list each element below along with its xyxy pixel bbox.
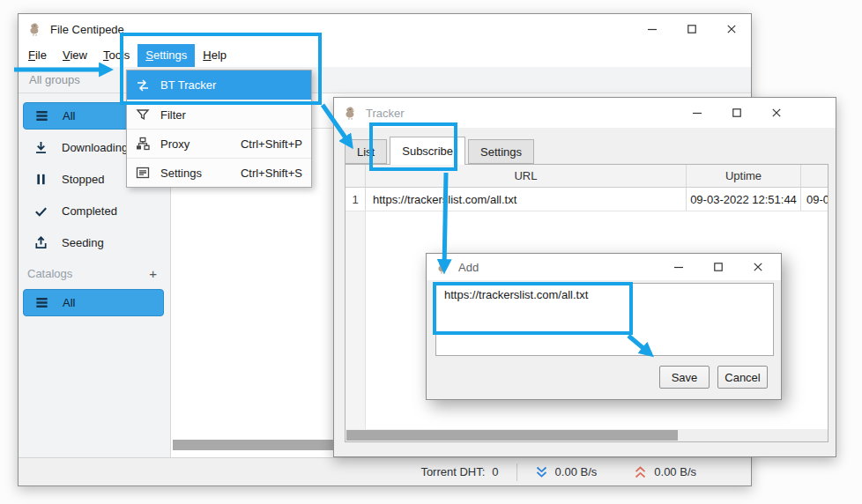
tracker-swap-icon: [136, 78, 150, 93]
maximize-button[interactable]: [672, 14, 711, 44]
group-filter-label: All groups: [29, 73, 80, 86]
sidebar-item-label: Completed: [62, 204, 117, 218]
status-bar: Torrent DHT: 0 0.00 B/s 0.00 B/s: [19, 457, 751, 485]
menu-item-filter[interactable]: Filter: [127, 100, 311, 129]
dht-status: Torrent DHT: 0: [420, 465, 498, 478]
app-logo-duck-icon: [343, 106, 358, 121]
menu-settings[interactable]: Settings: [137, 44, 195, 67]
sidebar-catalog-all[interactable]: All: [23, 289, 164, 316]
tracker-url-input[interactable]: https://trackerslist.com/all.txt: [435, 283, 774, 356]
add-dialog-titlebar[interactable]: Add: [427, 254, 781, 280]
menu-view[interactable]: View: [55, 44, 95, 67]
upload-speed: 0.00 B/s: [634, 465, 696, 478]
row-number-gutter: [346, 211, 366, 429]
filter-funnel-icon: [136, 107, 150, 122]
clipped-cell: 09-0: [801, 188, 828, 211]
status-divider: [516, 463, 517, 481]
table-header: URL Uptime: [346, 165, 828, 188]
double-chevron-up-icon: [634, 466, 647, 478]
save-button[interactable]: Save: [659, 366, 710, 389]
sidebar-item-label: Stopped: [62, 173, 104, 186]
close-button[interactable]: [738, 254, 777, 280]
check-icon: [33, 204, 48, 219]
desktop: File Centipede File View Tools Settings …: [0, 0, 862, 504]
table-row[interactable]: 1 https://trackerslist.com/all.txt 09-03…: [346, 188, 828, 211]
settings-form-icon: [136, 166, 150, 180]
dht-value: 0: [492, 465, 498, 478]
cancel-button[interactable]: Cancel: [717, 366, 768, 389]
main-window-title: File Centipede: [50, 23, 124, 36]
tracker-titlebar[interactable]: Tracker: [334, 98, 836, 128]
pause-icon: [33, 172, 48, 187]
maximize-button[interactable]: [717, 98, 756, 128]
maximize-button[interactable]: [698, 254, 738, 280]
close-button[interactable]: [756, 98, 796, 128]
uptime-cell: 09-03-2022 12:51:44: [687, 188, 801, 211]
sidebar-item-label: Seeding: [62, 236, 104, 249]
menu-lines-icon: [34, 108, 49, 123]
close-button[interactable]: [711, 14, 751, 44]
menu-file[interactable]: File: [20, 44, 55, 67]
dht-label: Torrent DHT:: [420, 465, 485, 478]
tracker-window-title: Tracker: [366, 107, 405, 120]
menu-bar: File View Tools Settings Help: [19, 44, 751, 67]
add-catalog-button[interactable]: +: [149, 267, 157, 280]
tab-list[interactable]: List: [345, 139, 387, 164]
tracker-tabs: List Subscribe Settings: [345, 136, 537, 164]
url-cell: https://trackerslist.com/all.txt: [366, 188, 687, 211]
sidebar-item-label: All: [63, 296, 75, 309]
download-speed-value: 0.00 B/s: [555, 465, 598, 478]
add-dialog-title: Add: [458, 261, 479, 274]
menu-item-label: Settings: [160, 167, 230, 180]
menu-item-settings[interactable]: Settings Ctrl+Shift+S: [127, 158, 311, 187]
double-chevron-down-icon: [535, 466, 548, 478]
proxy-network-icon: [136, 137, 150, 151]
clipped-column-header[interactable]: [801, 165, 828, 187]
main-titlebar[interactable]: File Centipede: [19, 14, 751, 44]
seed-upload-icon: [33, 235, 48, 250]
download-speed: 0.00 B/s: [535, 465, 598, 478]
upload-speed-value: 0.00 B/s: [654, 465, 696, 478]
menu-lines-icon: [34, 295, 49, 310]
url-column-header[interactable]: URL: [366, 165, 687, 187]
minimize-button[interactable]: [632, 14, 672, 44]
menu-item-bt-tracker[interactable]: BT Tracker: [127, 70, 311, 100]
sidebar-item-completed[interactable]: Completed: [23, 197, 164, 225]
app-logo-duck-icon: [27, 22, 42, 37]
app-logo-duck-icon: [435, 260, 450, 275]
tab-subscribe[interactable]: Subscribe: [390, 137, 465, 165]
catalogs-label: Catalogs: [27, 267, 72, 280]
minimize-button[interactable]: [658, 254, 698, 280]
menu-item-label: Filter: [160, 108, 233, 122]
menu-item-shortcut: Ctrl+Shift+P: [241, 137, 302, 151]
add-dialog: Add https://trackerslist.com/all.txt Sav…: [426, 253, 782, 400]
sidebar-item-seeding[interactable]: Seeding: [23, 229, 164, 256]
settings-dropdown-menu: BT Tracker Filter Proxy Ctrl+Shift+P Set…: [126, 70, 312, 188]
minimize-button[interactable]: [677, 98, 717, 128]
row-number-header[interactable]: [346, 165, 366, 187]
menu-item-proxy[interactable]: Proxy Ctrl+Shift+P: [127, 129, 311, 158]
menu-help[interactable]: Help: [195, 44, 234, 67]
download-icon: [33, 140, 48, 155]
tab-settings[interactable]: Settings: [468, 139, 534, 164]
menu-item-shortcut: Ctrl+Shift+S: [241, 167, 302, 180]
menu-tools[interactable]: Tools: [95, 44, 137, 67]
sidebar-item-label: All: [63, 109, 75, 122]
table-horizontal-scrollbar[interactable]: [346, 429, 828, 441]
uptime-column-header[interactable]: Uptime: [687, 165, 801, 187]
row-number-cell: 1: [346, 188, 366, 211]
scrollbar-thumb[interactable]: [346, 430, 678, 441]
catalogs-header: Catalogs +: [19, 262, 170, 285]
sidebar-item-label: Downloading: [62, 141, 128, 154]
menu-item-label: BT Tracker: [160, 78, 233, 92]
menu-item-label: Proxy: [160, 137, 230, 151]
